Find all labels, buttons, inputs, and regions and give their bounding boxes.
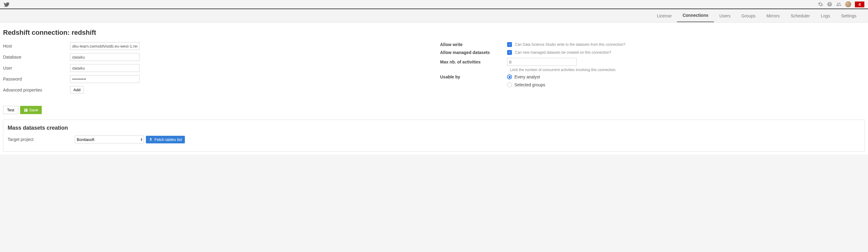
people-icon[interactable] [836,2,841,7]
admin-tabs: License Connections Users Groups Mirrors… [0,9,868,23]
host-input[interactable] [70,42,140,50]
max-activities-hint: Limit the number of concurrent activitie… [510,68,865,72]
tab-users[interactable]: Users [714,9,736,22]
usable-every-radio[interactable] [507,75,512,79]
advanced-properties-label: Advanced properties [3,88,70,92]
floppy-icon [24,108,28,112]
allow-managed-help: Can new managed datasets be created on t… [515,50,611,55]
download-icon [149,138,153,141]
tab-settings[interactable]: Settings [835,9,862,22]
main-content: Redshift connection: redshift Host Datab… [0,23,868,155]
connection-form-left: Host Database User Password Advanced pro… [3,42,428,97]
usable-every-label: Every analyst [515,75,540,79]
fetch-tables-label: Fetch tables list [154,137,182,142]
bird-logo-icon [4,2,10,7]
test-button[interactable]: Test [3,106,18,114]
usable-by-label: Usable by [440,75,507,79]
allow-write-label: Allow write [440,42,507,47]
tab-logs[interactable]: Logs [815,9,835,22]
host-label: Host [3,44,70,49]
mass-datasets-panel: Mass datasets creation Target project Bo… [3,120,865,151]
gear-icon[interactable] [818,2,823,7]
allow-managed-label: Allow managed datasets [440,50,507,55]
notification-badge[interactable]: 4 [855,2,864,7]
topbar: 4 [0,0,868,9]
usable-selected-label: Selected groups [515,82,545,87]
help-icon[interactable] [827,2,832,7]
connection-form-right: Allow write Can Data Science Studio writ… [440,42,865,97]
allow-write-help: Can Data Science Studio write to the dat… [515,43,625,47]
allow-managed-checkbox[interactable] [507,50,512,55]
user-label: User [3,65,70,71]
allow-write-checkbox[interactable] [507,42,512,47]
fetch-tables-button[interactable]: Fetch tables list [146,136,185,143]
target-project-select[interactable]: Bonitasoft [74,136,144,143]
tab-groups[interactable]: Groups [736,9,761,22]
tab-connections[interactable]: Connections [677,9,714,22]
user-input[interactable] [70,64,140,72]
page-title: Redshift connection: redshift [3,29,865,37]
save-button-label: Save [29,108,38,112]
password-label: Password [3,77,70,81]
usable-selected-radio[interactable] [507,82,512,87]
save-button[interactable]: Save [20,106,42,114]
tab-mirrors[interactable]: Mirrors [761,9,785,22]
database-label: Database [3,55,70,59]
max-activities-input[interactable] [507,58,577,66]
add-property-button[interactable]: Add [70,86,84,94]
tab-scheduler[interactable]: Scheduler [785,9,815,22]
max-activities-label: Max nb. of activities [440,59,507,64]
target-project-label: Target project [8,137,74,142]
avatar[interactable] [845,1,851,7]
database-input[interactable] [70,53,140,61]
tab-license[interactable]: License [651,9,677,22]
mass-datasets-title: Mass datasets creation [8,125,860,131]
password-input[interactable] [70,75,140,83]
